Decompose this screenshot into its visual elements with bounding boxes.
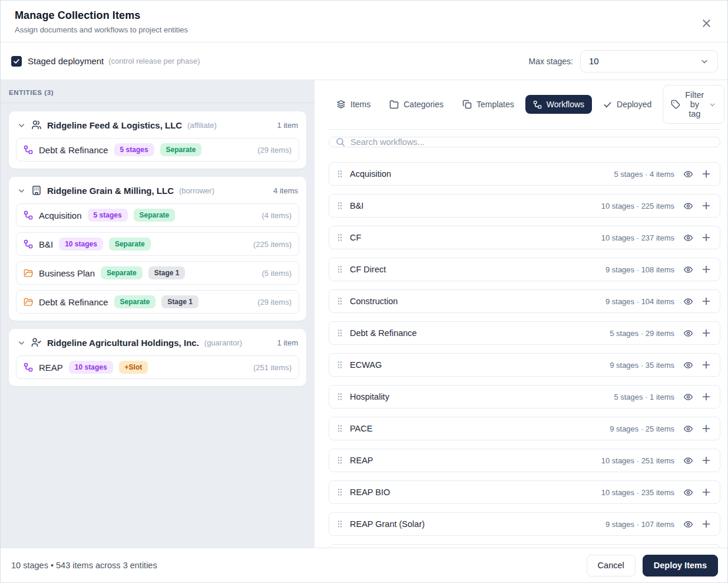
- drag-handle-icon[interactable]: [336, 488, 344, 497]
- preview-workflow-button[interactable]: [680, 198, 696, 213]
- drag-handle-icon[interactable]: [336, 456, 344, 465]
- filter-label: Filter by tag: [685, 90, 704, 118]
- tab-label: Deployed: [617, 100, 651, 109]
- workflow-stats: 9 stages · 107 items: [605, 520, 674, 529]
- preview-workflow-button[interactable]: [680, 262, 696, 277]
- entity-item-row: REAP 10 stages +Slot (251 items): [16, 355, 299, 379]
- max-stages-select[interactable]: 10: [580, 50, 718, 73]
- entity-count: 1 item: [277, 121, 298, 130]
- add-workflow-button[interactable]: [699, 421, 714, 436]
- drag-handle-icon[interactable]: [336, 265, 344, 274]
- tab-deployed[interactable]: Deployed: [595, 95, 659, 114]
- templates-icon: [462, 100, 472, 109]
- workflow-stats: 5 stages · 4 items: [614, 170, 674, 179]
- preview-workflow-button[interactable]: [680, 166, 696, 182]
- plus-icon: [701, 392, 711, 401]
- workflow-row: Debt & Refinance 5 stages · 29 items: [329, 321, 720, 345]
- workflow-stats: 5 stages · 1 items: [614, 393, 674, 401]
- drag-handle-icon[interactable]: [336, 360, 344, 370]
- preview-workflow-button[interactable]: [680, 421, 696, 436]
- preview-workflow-button[interactable]: [680, 357, 696, 373]
- collapse-chevron-icon[interactable]: [17, 186, 26, 195]
- workflow-name: REAP Grant (Solar): [350, 519, 425, 529]
- workflow-name: Debt & Refinance: [350, 328, 417, 338]
- add-workflow-button[interactable]: [699, 166, 714, 182]
- library-panel: Items Categories Templates Workflows Dep…: [315, 80, 727, 548]
- entity-name: Ridgeline Agricultural Holdings, Inc.: [47, 338, 199, 348]
- add-workflow-button[interactable]: [699, 198, 714, 213]
- workflow-name: REAP: [350, 456, 373, 465]
- tabs-row: Items Categories Templates Workflows Dep…: [329, 85, 720, 130]
- preview-workflow-button[interactable]: [680, 294, 696, 309]
- entity-group-header[interactable]: Ridgeline Agricultural Holdings, Inc. (g…: [16, 336, 299, 350]
- folder-open-icon: [24, 297, 33, 307]
- preview-workflow-button[interactable]: [680, 230, 696, 245]
- eye-icon: [683, 488, 693, 498]
- drag-handle-icon[interactable]: [336, 201, 344, 210]
- close-button[interactable]: [698, 15, 714, 31]
- tab-templates[interactable]: Templates: [455, 95, 522, 114]
- drag-handle-icon[interactable]: [336, 328, 344, 338]
- workflow-name: PACE: [350, 424, 372, 433]
- badge-separate: Separate: [101, 266, 143, 279]
- item-name: REAP: [39, 363, 63, 373]
- add-workflow-button[interactable]: [699, 357, 714, 373]
- badge-stage: Stage 1: [148, 266, 186, 279]
- workflow-row: ECWAG 9 stages · 35 items: [329, 353, 720, 377]
- tag-icon: [671, 100, 680, 109]
- badge-separate: Separate: [160, 143, 202, 156]
- preview-workflow-button[interactable]: [680, 516, 696, 532]
- collapse-chevron-icon[interactable]: [17, 121, 26, 130]
- add-workflow-button[interactable]: [699, 262, 714, 277]
- plus-icon: [701, 297, 711, 306]
- workflow-name: REAP BIO: [350, 488, 390, 497]
- plus-icon: [701, 456, 711, 465]
- filter-by-tag-button[interactable]: Filter by tag: [663, 85, 724, 124]
- badge-stages: 5 stages: [114, 143, 154, 156]
- staged-deployment-checkbox[interactable]: [11, 56, 22, 67]
- add-workflow-button[interactable]: [699, 389, 714, 404]
- plus-icon: [701, 169, 711, 179]
- drag-handle-icon[interactable]: [336, 392, 344, 401]
- add-workflow-button[interactable]: [699, 294, 714, 309]
- modal-body: ENTITIES (3) Ridgeline Feed & Logistics,…: [1, 80, 727, 548]
- workflow-row: REAP 10 stages · 251 items: [329, 449, 720, 472]
- preview-workflow-button[interactable]: [680, 485, 696, 500]
- preview-workflow-button[interactable]: [680, 453, 696, 468]
- check-icon: [603, 100, 612, 109]
- users-icon: [31, 120, 42, 130]
- entity-group-header[interactable]: Ridgeline Feed & Logistics, LLC (affilia…: [16, 118, 299, 133]
- drag-handle-icon[interactable]: [336, 424, 344, 433]
- preview-workflow-button[interactable]: [680, 325, 696, 341]
- folder-open-icon: [24, 268, 33, 278]
- badge-stages: 10 stages: [59, 238, 103, 251]
- collapse-chevron-icon[interactable]: [17, 338, 26, 347]
- deploy-items-button[interactable]: Deploy Items: [643, 555, 718, 577]
- workflow-stats: 5 stages · 29 items: [610, 329, 674, 338]
- badge-stages: 10 stages: [69, 361, 113, 374]
- drag-handle-icon[interactable]: [336, 297, 344, 306]
- tab-categories[interactable]: Categories: [382, 95, 451, 114]
- add-workflow-button[interactable]: [699, 325, 714, 341]
- plus-icon: [701, 360, 711, 370]
- plus-icon: [701, 328, 711, 338]
- add-workflow-button[interactable]: [699, 516, 714, 532]
- drag-handle-icon[interactable]: [336, 169, 344, 179]
- add-workflow-button[interactable]: [699, 230, 714, 245]
- modal-footer: 10 stages • 543 items across 3 entities …: [1, 548, 727, 582]
- add-workflow-button[interactable]: [699, 453, 714, 468]
- entity-role: (guarantor): [204, 338, 242, 347]
- drag-handle-icon[interactable]: [336, 233, 344, 242]
- preview-workflow-button[interactable]: [680, 389, 696, 404]
- search-input[interactable]: [350, 137, 713, 147]
- add-workflow-button[interactable]: [699, 485, 714, 500]
- entity-item-row: B&I 10 stages Separate (225 items): [16, 232, 299, 256]
- cancel-button[interactable]: Cancel: [587, 555, 636, 577]
- tab-workflows[interactable]: Workflows: [525, 95, 592, 114]
- tab-items[interactable]: Items: [329, 95, 378, 114]
- tab-label: Categories: [403, 100, 444, 109]
- plus-icon: [701, 519, 711, 529]
- entity-group-header[interactable]: Ridgeline Grain & Milling, LLC (borrower…: [16, 184, 299, 198]
- workflow-row: CF Direct 9 stages · 108 items: [329, 258, 720, 281]
- drag-handle-icon[interactable]: [336, 519, 344, 529]
